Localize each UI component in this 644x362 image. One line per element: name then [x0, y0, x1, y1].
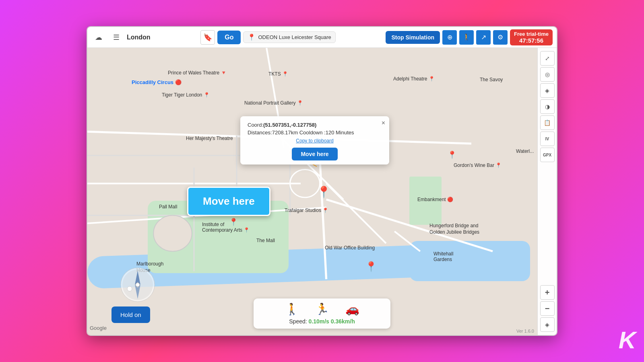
popup-coord-value: (51.507351,-0.127758) [263, 122, 316, 128]
popup-distances: Distances:7208.17km Cooldown :120 Minute… [248, 130, 382, 136]
contrast-button[interactable]: ◑ [540, 99, 555, 114]
layer-button[interactable]: ◈ [540, 83, 555, 98]
trial-timer: 47:57:56 [514, 37, 549, 44]
top-bar-left: ☁ ☰ London [91, 30, 151, 45]
list-icon[interactable]: ☰ [109, 30, 124, 45]
zoom-out-button[interactable]: − [540, 301, 555, 316]
map-pin-gordon: 📍 [448, 150, 456, 159]
clipboard-button[interactable]: 📋 [540, 115, 555, 130]
bookmark-button[interactable]: 🔖 [200, 30, 215, 45]
speed-value: 0.10m/s 0.36km/h [309, 318, 355, 325]
top-bar: ☁ ☰ London 🔖 Go 📍 ODEON Luxe Leicester S… [87, 27, 557, 48]
walk-speed-icon[interactable]: 🚶 [285, 302, 299, 316]
go-button[interactable]: Go [217, 31, 241, 44]
gpx-button[interactable]: GPX [540, 148, 555, 162]
cloud-icon[interactable]: ☁ [91, 30, 106, 45]
svg-line-7 [394, 231, 420, 251]
location-label: London [127, 34, 151, 41]
info-popup: × Coord:(51.507351,-0.127758) Distances:… [240, 116, 389, 165]
popup-move-here-button[interactable]: Move here [292, 148, 337, 160]
walk-tool-button[interactable]: 🚶 [459, 30, 474, 45]
mode-iv-button[interactable]: IV [540, 132, 555, 146]
svg-point-21 [136, 283, 140, 287]
destination-name: ODEON Luxe Leicester Square [258, 34, 331, 40]
destination-display: 📍 ODEON Luxe Leicester Square [243, 31, 335, 43]
arrow-tool-button[interactable]: ↗ [476, 30, 491, 45]
svg-point-15 [153, 216, 192, 251]
speed-text: Speed: 0.10m/s 0.36km/h [289, 318, 355, 325]
free-trial-label: Free trial-time [514, 31, 549, 37]
map-background: Prince of Wales Theatre 🔻 Piccadilly Cir… [87, 48, 557, 335]
locate-button[interactable]: ◎ [540, 67, 555, 82]
target-locate-button[interactable]: ◈ [540, 317, 555, 332]
destination-icon: 📍 [248, 33, 256, 41]
expand-button[interactable]: ⤢ [540, 51, 555, 66]
destination-pin: 📍 [317, 185, 331, 199]
run-speed-icon[interactable]: 🏃 [315, 302, 329, 316]
speed-bar: 🚶 🏃 🚗 Speed: 0.10m/s 0.36km/h [254, 298, 390, 329]
right-controls: ⤢ ◎ ◈ ◑ 📋 IV GPX + − ◈ [537, 48, 557, 335]
google-logo: Google [90, 325, 107, 331]
zoom-in-button[interactable]: + [540, 285, 555, 300]
map-watermark-pin: 📍 [365, 261, 377, 272]
svg-point-22 [127, 286, 132, 291]
k-watermark: K [619, 326, 636, 354]
app-window: ☁ ☰ London 🔖 Go 📍 ODEON Luxe Leicester S… [87, 26, 557, 336]
target-tool-button[interactable]: ⊕ [442, 30, 457, 45]
speed-icons: 🚶 🏃 🚗 [285, 302, 359, 316]
hold-on-button[interactable]: Hold on [111, 306, 150, 323]
version-text: Ver 1.6.0 [516, 329, 534, 333]
map-content[interactable]: Prince of Wales Theatre 🔻 Piccadilly Cir… [87, 48, 557, 335]
compass [120, 267, 156, 303]
settings-tool-button[interactable]: ⚙ [493, 30, 508, 45]
top-bar-right: Stop Simulation ⊕ 🚶 ↗ ⚙ Free trial-time … [386, 29, 553, 45]
stop-simulation-button[interactable]: Stop Simulation [386, 31, 440, 44]
map-pin-ica: 📍 [229, 218, 238, 226]
popup-close-button[interactable]: × [382, 119, 385, 127]
top-bar-center: 🔖 Go 📍 ODEON Luxe Leicester Square [200, 30, 336, 45]
popup-copy-clipboard[interactable]: Copy to clipboard [248, 138, 382, 144]
popup-coord: Coord:(51.507351,-0.127758) [248, 122, 382, 128]
move-here-main-button[interactable]: Move here [187, 187, 270, 216]
free-trial-badge: Free trial-time 47:57:56 [510, 29, 553, 45]
move-here-main-container: Move here [187, 187, 270, 216]
drive-speed-icon[interactable]: 🚗 [345, 302, 359, 316]
